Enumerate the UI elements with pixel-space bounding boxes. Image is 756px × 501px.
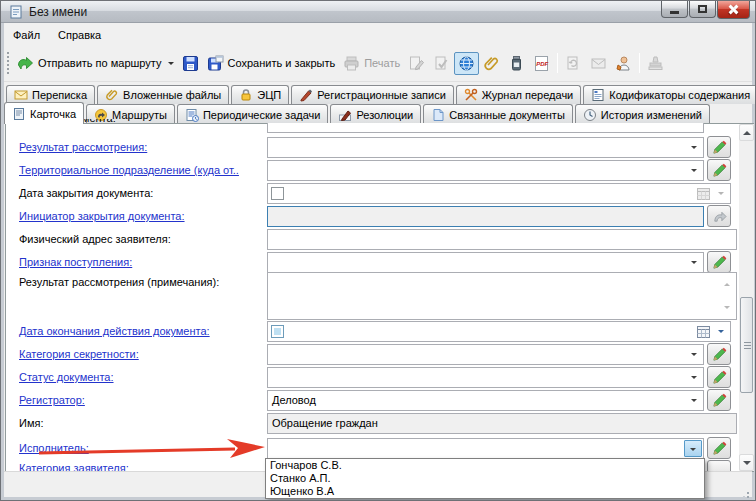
verify-doc-icon [433, 55, 450, 72]
close-button[interactable] [717, 1, 750, 19]
priznak-postupleniya-combo[interactable] [267, 252, 704, 273]
priznak-postupleniya-edit-button[interactable] [707, 251, 731, 273]
toolbar-separator [557, 53, 558, 73]
tab-kartochka[interactable]: Карточка [4, 102, 84, 124]
ispolnitel-dropdown-list: Гончаров С.В. Станко А.П. Ющенко В.А [265, 458, 705, 499]
rezultat-rassmotreniya-edit-button[interactable] [707, 136, 731, 158]
imya-input: Обращение граждан [267, 413, 737, 434]
tab-label: Журнал передачи [482, 89, 573, 101]
field-label-iniciator-zakrytiya[interactable]: Инициатор закрытия документа: [19, 210, 185, 222]
territorialnoe-podrazdelenie-combo[interactable] [267, 160, 704, 181]
tab-zhurnal-peredachi[interactable]: Журнал передачи [456, 85, 581, 104]
save-close-icon [207, 55, 224, 72]
tab-label: Маршруты [112, 109, 167, 121]
tab-label: Связанные документы [449, 109, 565, 121]
pencil-icon [712, 140, 727, 155]
tab-rezolyucii[interactable]: Резолюции [330, 104, 421, 124]
curved-arrow-icon [712, 209, 727, 224]
print-label: Печать [364, 57, 400, 69]
status-dokumenta-edit-button[interactable] [707, 366, 731, 388]
data-zakrytiya-checkbox[interactable] [271, 187, 284, 200]
registrator-combo[interactable]: Деловод [267, 390, 704, 411]
field-label-status-dokumenta[interactable]: Статус документа: [19, 371, 114, 383]
data-okonchaniya-datepicker[interactable] [267, 321, 731, 342]
jar-icon [508, 55, 525, 72]
tab-svyazannye-dokumenty[interactable]: Связанные документы [423, 104, 573, 124]
scrollbar-up-button[interactable] [739, 124, 754, 141]
rezultat-primechaniya-textarea[interactable] [267, 272, 737, 320]
resize-grip[interactable] [747, 492, 749, 494]
dropdown-option-yushchenko[interactable]: Ющенко В.А [266, 485, 704, 498]
maximize-button[interactable] [689, 1, 716, 18]
web-publish-button[interactable] [454, 52, 479, 75]
iniciator-up-button[interactable] [707, 205, 731, 227]
attach-file-button[interactable] [479, 52, 504, 75]
ispolnitel-dropdown-button[interactable] [684, 440, 702, 457]
print-icon [343, 55, 360, 72]
field-label-priznak-postupleniya[interactable]: Признак поступления: [19, 256, 132, 268]
tab-vlozhennye-fajly[interactable]: Вложенные файлы [97, 85, 229, 104]
registrator-edit-button[interactable] [707, 389, 731, 411]
territorialnoe-podrazdelenie-edit-button[interactable] [707, 159, 731, 181]
user-button[interactable] [611, 52, 636, 75]
index-dokumenta-input[interactable] [267, 123, 704, 133]
save-button[interactable] [178, 52, 203, 75]
app-icon [9, 5, 23, 19]
status-dokumenta-combo[interactable] [267, 367, 704, 388]
dropdown-option-goncharov[interactable]: Гончаров С.В. [266, 459, 704, 472]
stamp-icon [647, 55, 664, 72]
chevron-down-icon [691, 399, 697, 405]
rezultat-rassmotreniya-combo[interactable] [267, 137, 704, 158]
fizicheskij-adres-input[interactable] [267, 229, 737, 250]
paperclip-icon [483, 55, 500, 72]
history-clock-icon [583, 108, 597, 122]
lock-icon [239, 88, 253, 102]
tab-istoriya-izmenenij[interactable]: История изменений [575, 104, 710, 124]
chevron-down-icon [691, 376, 697, 382]
kategoriya-sekretnosti-edit-button[interactable] [707, 343, 731, 365]
pencil-icon [712, 393, 727, 408]
pdf-export-button[interactable]: PDF [529, 52, 554, 75]
tab-kodifikatory[interactable]: Кодификаторы содержания [583, 85, 756, 104]
form-scrollbar[interactable] [739, 124, 754, 471]
chevron-down-icon [718, 192, 724, 198]
field-label-rezultat-rassmotreniya[interactable]: Результат рассмотрения: [19, 141, 147, 153]
ispolnitel-edit-button[interactable] [707, 437, 731, 459]
pencil-icon [712, 255, 727, 270]
calendar-icon [697, 188, 710, 200]
field-label-kategoriya-sekretnosti[interactable]: Категория секретности: [19, 348, 139, 360]
field-label-data-zakrytiya: Дата закрытия документа: [19, 187, 153, 199]
tab-registracionnye-zapisi[interactable]: Регистрационные записи [291, 85, 454, 104]
menu-file[interactable]: Файл [4, 26, 49, 44]
dropdown-option-stanko[interactable]: Станко А.П. [266, 472, 704, 485]
save-close-button[interactable]: Сохранить и закрыть [203, 52, 340, 75]
card-doc-icon [12, 107, 26, 121]
toolbar-grip[interactable] [7, 52, 9, 74]
mail-button [586, 52, 611, 75]
archive-button[interactable] [504, 52, 529, 75]
ispolnitel-combo[interactable] [267, 438, 704, 459]
iniciator-zakrytiya-input[interactable] [267, 206, 704, 227]
field-label-territorialnoe-podrazdelenie[interactable]: Территориальное подразделение (куда от.. [19, 164, 239, 176]
tab-periodicheskie-zadachi[interactable]: Периодические задачи [177, 104, 329, 124]
refresh-doc-icon [565, 55, 582, 72]
menu-help[interactable]: Справка [49, 26, 110, 44]
kategoriya-sekretnosti-combo[interactable] [267, 344, 704, 365]
chevron-down-icon [691, 261, 697, 267]
data-okonchaniya-checkbox[interactable] [271, 325, 284, 338]
field-label-data-okonchaniya[interactable]: Дата окончания действия документа: [19, 325, 210, 337]
field-label-registrator[interactable]: Регистратор: [19, 394, 85, 406]
scrollbar-down-button[interactable] [739, 454, 754, 471]
tab-ecp[interactable]: ЭЦП [231, 85, 289, 104]
calendar-icon [697, 326, 710, 338]
send-route-button[interactable]: Отправить по маршруту [13, 52, 178, 75]
paperclip-icon [105, 88, 119, 102]
data-zakrytiya-datepicker[interactable] [267, 183, 731, 204]
minimize-button[interactable] [661, 1, 688, 18]
envelope-gray-icon [590, 55, 607, 72]
scrollbar-thumb[interactable] [740, 297, 753, 393]
field-label-rezultat-primechaniya: Результат рассмотрения (примечания): [19, 276, 219, 288]
app-window: Без имени Файл Справка Отправить по марш… [0, 0, 756, 501]
pencil-icon [712, 441, 727, 456]
menubar: Файл Справка [4, 24, 752, 45]
